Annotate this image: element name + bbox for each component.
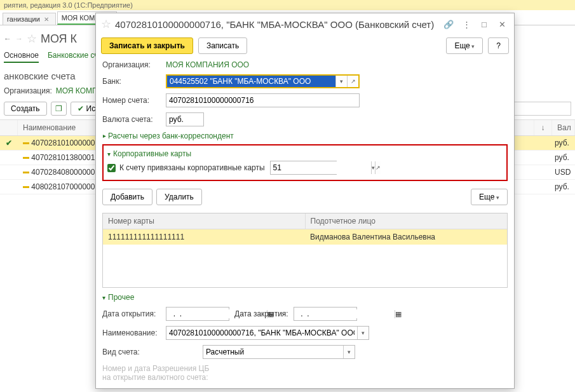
chevron-down-icon: ▾ <box>107 151 111 158</box>
close-icon[interactable]: ✕ <box>44 16 49 23</box>
forward-icon[interactable]: → <box>15 34 23 43</box>
corp-cards-expander[interactable]: ▾ Корпоративные карты <box>107 149 503 158</box>
corp-cards-check-label: К счету привязаны корпоративные карты <box>119 163 265 172</box>
org-label: Организация: <box>102 60 161 69</box>
dialog-title: 40702810100000000716, "БАНК "МБА-МОСКВА"… <box>115 19 438 30</box>
account-number: 40702810100000000 <box>31 139 103 147</box>
favorite-icon[interactable]: ☆ <box>27 32 37 46</box>
save-and-close-button[interactable]: Записать и закрыть <box>101 37 193 54</box>
copy-button[interactable]: ❐ <box>51 102 67 116</box>
kebab-icon[interactable]: ⋮ <box>459 17 473 31</box>
create-button[interactable]: Создать <box>4 102 47 116</box>
bank-account-dialog: ☆ 40702810100000000716, "БАНК "МБА-МОСКВ… <box>95 13 515 194</box>
account-number: 40702810138000131 <box>31 153 103 162</box>
org-label: Организация: <box>4 86 52 95</box>
bank-label: Банк: <box>102 77 161 86</box>
account-currency: руб. <box>552 151 575 165</box>
account-number: 40802810700000001 <box>31 182 103 191</box>
currency-label: Валюта счета: <box>102 115 161 124</box>
back-icon[interactable]: ← <box>4 34 11 43</box>
acctnum-label: Номер счета: <box>102 96 161 105</box>
account-currency: USD <box>552 165 575 179</box>
dropdown-icon[interactable]: ▾ <box>335 76 347 87</box>
dialog-titlebar: ☆ 40702810100000000716, "БАНК "МБА-МОСКВ… <box>96 13 514 35</box>
dialog-toolbar: Записать и закрыть Записать Еще ? <box>96 35 514 57</box>
bank-combo[interactable]: ▾ ↗ <box>166 74 360 88</box>
corp-account-input[interactable] <box>271 161 371 174</box>
delete-button[interactable]: Удалить <box>156 189 202 194</box>
tab-label: ганизации <box>7 15 40 23</box>
add-button[interactable]: Добавить <box>102 189 152 194</box>
col-sort[interactable]: ↓ <box>534 120 552 135</box>
chevron-right-icon: ▾ <box>100 135 107 138</box>
open-ref-icon[interactable]: ↗ <box>375 161 381 174</box>
more-button[interactable]: Еще <box>471 189 508 194</box>
corp-account-combo[interactable]: ▾ ↗ <box>270 161 337 175</box>
currency-input[interactable] <box>166 112 204 126</box>
bank-input[interactable] <box>167 76 335 87</box>
col-currency[interactable]: Вал <box>552 120 575 135</box>
account-mark-icon <box>23 157 29 159</box>
close-icon[interactable]: ✕ <box>495 17 509 31</box>
link-icon[interactable]: 🔗 <box>442 17 456 31</box>
tab-organizations[interactable]: ганизации ✕ <box>3 13 56 25</box>
save-button[interactable]: Записать <box>198 37 247 54</box>
corporate-cards-section: ▾ Корпоративные карты К счету привязаны … <box>102 144 508 181</box>
copy-icon: ❐ <box>55 104 62 113</box>
maximize-icon[interactable]: □ <box>477 17 491 31</box>
help-button[interactable]: ? <box>488 37 509 54</box>
cards-toolbar: Добавить Удалить Еще <box>102 189 508 194</box>
open-ref-icon[interactable]: ↗ <box>347 76 358 87</box>
check-icon: ✔ <box>78 104 84 113</box>
account-mark-icon <box>23 186 29 188</box>
account-mark-icon <box>23 142 29 144</box>
corr-bank-expander[interactable]: ▾ Расчеты через банк-корреспондент <box>102 132 508 140</box>
acctnum-input[interactable] <box>166 93 360 107</box>
corp-cards-checkbox-row[interactable]: К счету привязаны корпоративные карты <box>107 163 265 172</box>
corp-cards-checkbox[interactable] <box>107 164 116 172</box>
dialog-body: Организация: МОЯ КОМПАНИЯ ООО Банк: ▾ ↗ … <box>96 57 514 194</box>
page-title: МОЯ К <box>41 32 77 46</box>
app-titlebar: риятия, редакция 3.0 (1С:Предприятие) <box>0 0 575 10</box>
nav-main[interactable]: Основное <box>4 51 39 63</box>
account-mark-icon <box>23 172 29 173</box>
check-icon: ✔ <box>6 139 12 147</box>
more-button[interactable]: Еще <box>446 37 483 54</box>
org-link[interactable]: МОЯ КОМПАНИЯ ООО <box>166 60 249 69</box>
account-number: 40702840800000011 <box>31 168 103 177</box>
account-currency: руб. <box>552 180 575 194</box>
account-currency: руб. <box>552 136 575 150</box>
favorite-icon[interactable]: ☆ <box>101 17 111 31</box>
